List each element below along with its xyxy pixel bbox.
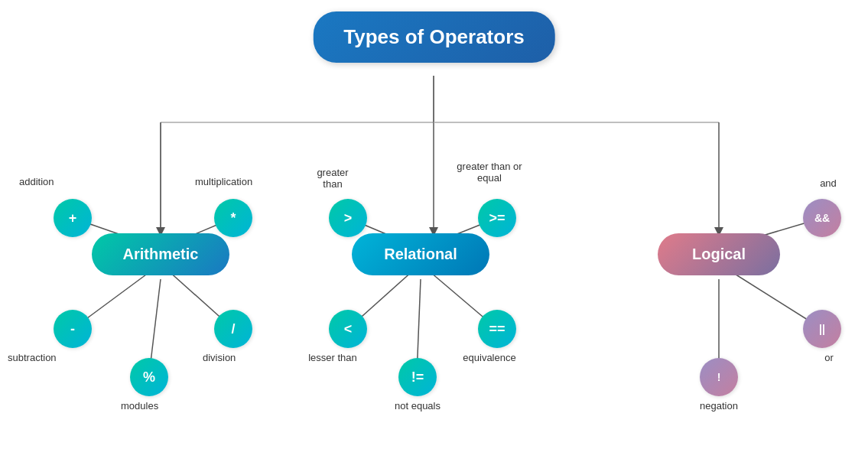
relational-label: Relational xyxy=(384,246,457,262)
op-lt: < xyxy=(329,310,367,348)
logical-label: Logical xyxy=(692,246,746,262)
label-subtraction: subtraction xyxy=(8,352,57,363)
op-multiply: * xyxy=(214,199,252,237)
op-eq: == xyxy=(478,310,516,348)
connector-lines xyxy=(0,0,868,462)
op-gt: > xyxy=(329,199,367,237)
label-not-equals: not equals xyxy=(387,400,448,412)
relational-node: Relational xyxy=(352,233,489,275)
label-equivalence: equivalence xyxy=(455,352,524,363)
label-greater-equal: greater than or equal xyxy=(455,161,524,184)
label-division: division xyxy=(203,352,236,363)
label-negation: negation xyxy=(688,400,749,412)
label-lesser-than: lesser than xyxy=(306,352,359,363)
op-modulo: % xyxy=(130,358,168,396)
label-addition: addition xyxy=(19,176,54,187)
logical-node: Logical xyxy=(658,233,780,275)
label-or: or xyxy=(814,352,844,363)
arithmetic-label: Arithmetic xyxy=(123,246,199,262)
op-plus: + xyxy=(54,199,92,237)
arithmetic-node: Arithmetic xyxy=(92,233,229,275)
op-divide: / xyxy=(214,310,252,348)
root-node: Types of Operators xyxy=(313,11,554,63)
op-minus: - xyxy=(54,310,92,348)
op-neq: != xyxy=(398,358,437,396)
op-and: && xyxy=(803,199,841,237)
op-gte: >= xyxy=(478,199,516,237)
label-modules: modules xyxy=(121,400,158,412)
op-not: ! xyxy=(700,358,738,396)
root-title: Types of Operators xyxy=(343,25,524,48)
op-or: || xyxy=(803,310,841,348)
label-multiplication: multiplication xyxy=(195,176,252,187)
label-greater-than: greater than xyxy=(306,167,359,190)
label-and: and xyxy=(809,177,847,189)
